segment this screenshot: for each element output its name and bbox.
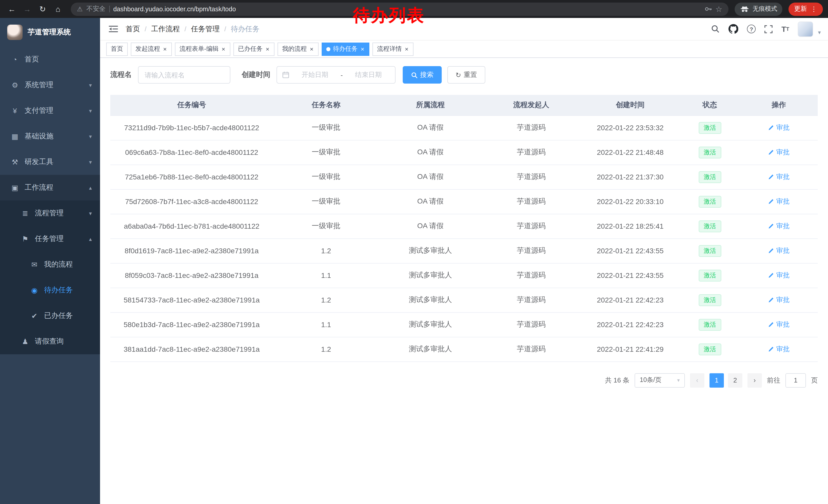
reset-button[interactable]: ↻ 重置 (447, 66, 485, 84)
close-icon[interactable]: × (163, 46, 167, 52)
sidebar-item-system[interactable]: ⚙系统管理▾ (0, 72, 100, 98)
column-header: 所属流程 (379, 95, 482, 116)
message-icon: ✉ (30, 261, 39, 269)
sidebar-item-process-management[interactable]: ≣流程管理▾ (0, 200, 100, 226)
close-icon[interactable]: × (404, 46, 409, 52)
reload-icon[interactable]: ↻ (36, 2, 49, 16)
tab-label: 已办任务 (238, 45, 263, 53)
approve-link[interactable]: 审批 (768, 246, 790, 255)
close-icon[interactable]: × (265, 46, 270, 52)
chevron-down-icon: ▾ (89, 82, 92, 88)
cell-task-id: 73211d9d-7b9b-11ec-b5b7-acde48001122 (110, 116, 273, 140)
search-button[interactable]: 搜索 (403, 66, 442, 84)
chevron-down-icon: ▾ (677, 377, 680, 383)
page-button-1[interactable]: 1 (709, 373, 724, 387)
approve-link[interactable]: 审批 (768, 172, 790, 182)
chevron-down-icon[interactable]: ▾ (818, 29, 821, 36)
prev-page-button[interactable]: ‹ (690, 373, 704, 387)
approve-link[interactable]: 审批 (768, 320, 790, 329)
sidebar-item-payment[interactable]: ¥支付管理▾ (0, 98, 100, 124)
cell-created: 2022-01-21 22:42:23 (581, 288, 680, 312)
sidebar-item-todo-task[interactable]: ◉待办任务 (0, 277, 100, 303)
home-icon[interactable]: ⌂ (51, 2, 65, 16)
back-icon[interactable]: ← (5, 2, 18, 16)
fullscreen-icon[interactable] (764, 25, 773, 33)
breadcrumb-item[interactable]: 工作流程 (151, 25, 180, 34)
close-icon[interactable]: × (360, 46, 365, 52)
warning-icon: ⚠ (77, 5, 83, 13)
cell-status: 激活 (680, 116, 740, 140)
page-size-select[interactable]: 10条/页 ▾ (634, 373, 685, 387)
key-icon[interactable] (704, 5, 712, 13)
tab-item[interactable]: 我的流程× (278, 42, 319, 56)
sidebar-item-devtools[interactable]: ⚒研发工具▾ (0, 149, 100, 175)
sidebar-item-task-management[interactable]: ⚑任务管理▴ (0, 226, 100, 252)
user-avatar[interactable] (798, 21, 813, 37)
breadcrumb-item[interactable]: 首页 (126, 25, 140, 34)
bookmark-star-icon[interactable]: ☆ (715, 4, 722, 13)
forward-icon[interactable]: → (20, 2, 34, 16)
sidebar-item-workflow[interactable]: ▣工作流程▴ (0, 175, 100, 200)
cell-task-id: 725a1eb6-7b88-11ec-8ef0-acde48001122 (110, 165, 273, 189)
cell-process: 测试多审批人 (379, 288, 482, 312)
approve-link[interactable]: 审批 (768, 295, 790, 305)
font-size-icon[interactable]: TT (781, 25, 789, 33)
help-icon[interactable]: ? (747, 25, 756, 33)
start-date-placeholder: 开始日期 (293, 70, 336, 80)
search-icon[interactable] (711, 25, 720, 33)
tab-item[interactable]: 发起流程× (131, 42, 172, 56)
security-label[interactable]: 不安全 (86, 5, 106, 13)
date-range-picker[interactable]: 开始日期 - 结束日期 (277, 66, 396, 84)
collapse-sidebar-icon[interactable] (107, 23, 120, 35)
tab-label: 首页 (111, 45, 123, 53)
update-button[interactable]: 更新 ⋮ (788, 2, 823, 16)
sidebar-item-infrastructure[interactable]: ▦基础设施▾ (0, 124, 100, 149)
cell-status: 激活 (680, 238, 740, 263)
tab-item[interactable]: 待办任务× (322, 42, 369, 56)
task-table: 任务编号任务名称所属流程流程发起人创建时间状态操作 73211d9d-7b9b-… (110, 95, 818, 362)
goto-page-input[interactable] (785, 373, 806, 387)
tab-item[interactable]: 流程详情× (372, 42, 413, 56)
approve-link[interactable]: 审批 (768, 222, 790, 231)
filter-time-label: 创建时间 (242, 70, 271, 80)
menu-dots-icon[interactable]: ⋮ (811, 5, 817, 13)
address-bar[interactable]: ⚠ 不安全 dashboard.yudao.iocoder.cn/bpm/tas… (71, 2, 729, 16)
approve-link[interactable]: 审批 (768, 148, 790, 157)
gear-icon: ⚙ (10, 81, 19, 89)
tab-item[interactable]: 首页 (106, 42, 128, 56)
cell-created: 2022-01-22 21:48:48 (581, 140, 680, 165)
cell-process: 测试多审批人 (379, 238, 482, 263)
breadcrumb-item[interactable]: 任务管理 (191, 25, 220, 34)
cell-status: 激活 (680, 140, 740, 165)
sidebar-item-done-task[interactable]: ✔已办任务 (0, 303, 100, 329)
process-name-input[interactable] (138, 66, 230, 84)
incognito-label: 无痕模式 (753, 5, 777, 13)
cell-action: 审批 (740, 288, 818, 312)
sidebar-item-home[interactable]: ◔首页 (0, 47, 100, 72)
refresh-icon: ↻ (456, 72, 461, 78)
cell-initiator: 芋道源码 (482, 189, 581, 214)
tab-item[interactable]: 已办任务× (234, 42, 275, 56)
cell-action: 审批 (740, 312, 818, 337)
close-icon[interactable]: × (309, 46, 314, 52)
eye-icon: ◉ (30, 286, 39, 294)
sidebar-item-leave-query[interactable]: ♟请假查询 (0, 329, 100, 354)
chevron-up-icon: ▴ (89, 236, 92, 242)
page-button-2[interactable]: 2 (728, 373, 742, 387)
github-icon[interactable] (729, 24, 738, 34)
pagination: 共 16 条 10条/页 ▾ ‹ 12 › 前往 页 (110, 373, 818, 387)
tab-label: 发起流程 (135, 45, 160, 53)
table-row: 75d72608-7b7f-11ec-a3c8-acde48001122一级审批… (110, 189, 818, 214)
cell-status: 激活 (680, 312, 740, 337)
approve-link[interactable]: 审批 (768, 271, 790, 280)
tab-item[interactable]: 流程表单-编辑× (175, 42, 230, 56)
close-icon[interactable]: × (221, 46, 226, 52)
approve-link[interactable]: 审批 (768, 123, 790, 132)
sidebar-item-my-process[interactable]: ✉我的流程 (0, 252, 100, 277)
next-page-button[interactable]: › (747, 373, 762, 387)
approve-link[interactable]: 审批 (768, 197, 790, 206)
cell-task-id: 381aa1dd-7ac8-11ec-a9e2-a2380e71991a (110, 337, 273, 362)
breadcrumb-separator: / (184, 25, 186, 33)
app-logo[interactable]: 芋道管理系统 (0, 18, 100, 47)
approve-link[interactable]: 审批 (768, 345, 790, 354)
